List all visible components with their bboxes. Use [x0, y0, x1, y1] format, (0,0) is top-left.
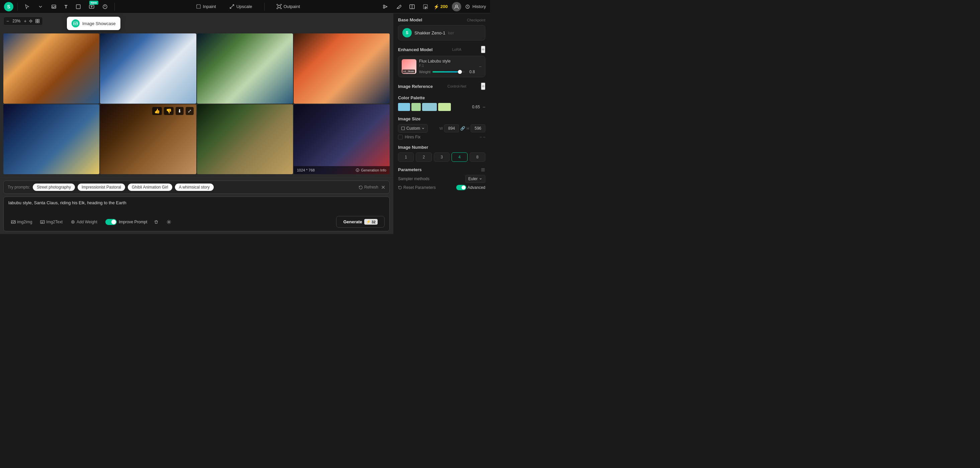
- improve-prompt-toggle[interactable]: [105, 219, 117, 225]
- scissors-tool[interactable]: [380, 3, 391, 11]
- custom-size-select[interactable]: Custom: [398, 124, 428, 133]
- new-badge: New: [89, 1, 98, 5]
- sampler-row: Sampler methods Euler: [398, 175, 485, 183]
- app-logo[interactable]: S: [4, 2, 13, 11]
- grid-cell-6[interactable]: 👍 👎 ⬇ ⤢: [100, 104, 196, 175]
- grid-cell-2[interactable]: [100, 33, 196, 104]
- settings-prompt-btn[interactable]: [164, 218, 174, 226]
- size-row: Custom W 🔗 H: [398, 124, 485, 133]
- num-btn-4[interactable]: 4: [452, 152, 467, 162]
- user-avatar[interactable]: [452, 2, 461, 11]
- chip-ghibli[interactable]: Ghibli Animation Girl: [128, 184, 172, 191]
- grid-cell-4[interactable]: [294, 33, 390, 104]
- right-panel: Base Model Checkpoint S Shakker Zeno-1 k…: [393, 13, 490, 234]
- grid-cell-1[interactable]: [3, 33, 99, 104]
- advanced-toggle[interactable]: [456, 185, 466, 190]
- parameters-section: Parameters Sampler methods Euler Reset P…: [398, 167, 485, 190]
- history-btn[interactable]: History: [465, 4, 486, 9]
- zoom-fit-btn[interactable]: [29, 19, 33, 24]
- generation-info-label[interactable]: Generation Info: [361, 168, 386, 172]
- palette-minus-btn[interactable]: −: [483, 104, 485, 109]
- width-input[interactable]: [444, 124, 459, 132]
- model-name: Shakker Zeno-1: [414, 30, 445, 35]
- lora-weight-row: Weight 0.8: [419, 70, 475, 74]
- num-btn-8[interactable]: 8: [469, 152, 485, 162]
- color-swatch-1[interactable]: [398, 103, 410, 111]
- height-input[interactable]: [471, 124, 485, 132]
- num-btn-2[interactable]: 2: [416, 152, 431, 162]
- svg-rect-25: [402, 127, 405, 130]
- upscale-btn[interactable]: Upscale: [227, 3, 255, 10]
- advanced-toggle-knob: [461, 186, 466, 190]
- eraser-tool[interactable]: [393, 3, 404, 11]
- suggestions-close-btn[interactable]: ✕: [381, 184, 385, 190]
- inpaint-btn[interactable]: Inpaint: [193, 3, 219, 10]
- prompt-area: Try prompts: Street photography Impressi…: [0, 178, 393, 234]
- model-icon: S: [402, 28, 412, 37]
- chip-whimsical[interactable]: A whimsical story: [175, 184, 214, 191]
- help-tool[interactable]: [100, 3, 110, 11]
- grid-cell-7[interactable]: [197, 104, 293, 175]
- hires-fix-checkbox[interactable]: [398, 135, 403, 140]
- main-layout: − 23% + Image Showcase: [0, 13, 490, 234]
- chip-street-photography[interactable]: Street photography: [33, 184, 75, 191]
- text-tool[interactable]: T: [62, 3, 70, 11]
- delete-prompt-btn[interactable]: [151, 218, 161, 226]
- sampler-select[interactable]: Euler: [465, 175, 485, 183]
- image-import-tool[interactable]: [48, 3, 59, 11]
- arrow-tool[interactable]: [22, 3, 32, 11]
- cell-action-row: 👍 👎 ⬇ ⤢: [152, 107, 194, 115]
- grid-cell-8[interactable]: 1024 * 768 Generation Info: [294, 104, 390, 175]
- try-prompts-label: Try prompts:: [8, 185, 30, 190]
- frame-tool[interactable]: [73, 3, 84, 11]
- generate-btn[interactable]: Generate ⚡32: [336, 216, 385, 228]
- lora-add-btn[interactable]: +: [481, 46, 485, 53]
- refresh-btn[interactable]: Refresh: [358, 185, 378, 190]
- color-swatch-2[interactable]: [411, 103, 421, 111]
- zoom-in-btn[interactable]: +: [24, 18, 26, 24]
- image-size-section: Image Size Custom W 🔗 H Hires Fix: [398, 116, 485, 140]
- arrow-dropdown[interactable]: [35, 3, 46, 11]
- lora-slider[interactable]: [433, 71, 465, 73]
- zoom-grid-btn[interactable]: [35, 19, 40, 24]
- improve-prompt-toggle-group: Improve Prompt: [105, 219, 147, 225]
- thumbdown-btn[interactable]: 👎: [164, 107, 173, 115]
- grid-cell-5[interactable]: [3, 104, 99, 175]
- num-btn-3[interactable]: 3: [434, 152, 450, 162]
- prompt-input[interactable]: labubu style, Santa Claus, riding his El…: [8, 200, 385, 212]
- color-swatch-4[interactable]: [438, 103, 451, 111]
- weight-value: 0.8: [467, 70, 475, 74]
- showcase-icon: [72, 19, 80, 27]
- img2text-btn[interactable]: Img2Text: [37, 218, 65, 226]
- weight-label: Weight: [419, 70, 431, 74]
- color-palette-row: 0.65 −: [398, 103, 485, 111]
- lora-section: Enhanced Model LoRA + v1_2kste Flux Labu…: [398, 46, 485, 77]
- credits-display: ⚡ 200: [433, 4, 448, 10]
- compare-tool[interactable]: [407, 3, 417, 11]
- reset-row: Reset Parameters Advanced: [398, 185, 485, 190]
- model-selector[interactable]: S Shakker Zeno-1 ker: [398, 25, 485, 40]
- add-weight-btn[interactable]: Add Weight: [68, 218, 100, 226]
- image-overlay: 1024 * 768 Generation Info: [294, 166, 390, 174]
- select-tool[interactable]: [420, 3, 431, 11]
- toolbar-divider-1: [18, 3, 18, 11]
- chip-impressionist[interactable]: Impressionist Pastoral: [78, 184, 125, 191]
- download-btn[interactable]: ⬇: [176, 107, 184, 115]
- new-feature-tool[interactable]: New: [86, 3, 97, 11]
- lora-name: Flux Labubu style: [419, 59, 475, 63]
- thumbup-btn[interactable]: 👍: [152, 107, 162, 115]
- image-number-label: Image Number: [398, 145, 428, 150]
- expand-btn[interactable]: ⤢: [186, 107, 194, 115]
- outpaint-btn[interactable]: Outpaint: [274, 3, 303, 10]
- reset-parameters-btn[interactable]: Reset Parameters: [398, 185, 436, 190]
- lora-expand-btn[interactable]: −: [479, 64, 482, 69]
- num-btn-1[interactable]: 1: [398, 152, 414, 162]
- grid-cell-3[interactable]: [197, 33, 293, 104]
- zoom-out-btn[interactable]: −: [6, 18, 9, 24]
- color-swatch-3[interactable]: [422, 103, 437, 111]
- canvas-area: − 23% + Image Showcase: [0, 13, 393, 234]
- toolbar-divider-2: [115, 3, 115, 11]
- img2img-btn[interactable]: img2img: [8, 218, 35, 226]
- showcase-tooltip: Image Showcase: [67, 17, 121, 30]
- image-ref-add-btn[interactable]: +: [481, 82, 485, 90]
